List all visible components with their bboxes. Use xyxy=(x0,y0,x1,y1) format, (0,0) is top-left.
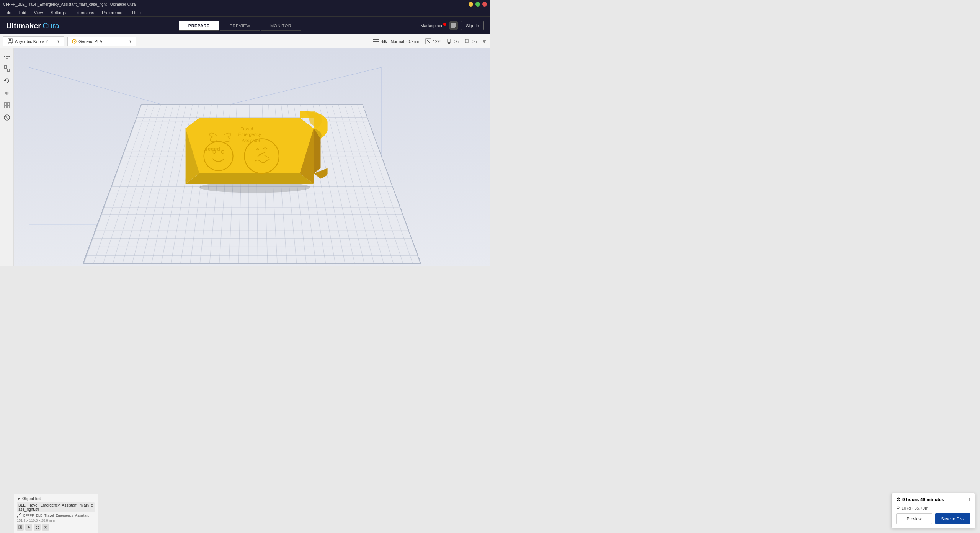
move-tool[interactable] xyxy=(2,51,12,61)
app-header: Ultimaker Cura PREPARE PREVIEW MONITOR M… xyxy=(0,17,490,34)
svg-rect-11 xyxy=(9,40,11,41)
menu-preferences[interactable]: Preferences xyxy=(100,10,126,16)
svg-rect-34 xyxy=(4,66,7,68)
close-button[interactable] xyxy=(482,2,487,7)
menu-bar: File Edit View Settings Extensions Prefe… xyxy=(0,8,490,17)
infill-icon xyxy=(425,38,431,44)
adhesion-setting[interactable]: On xyxy=(464,38,477,44)
svg-line-19 xyxy=(427,41,428,43)
svg-line-18 xyxy=(427,40,430,43)
material-icon xyxy=(72,39,77,44)
svg-rect-5 xyxy=(455,25,456,27)
grid-icon[interactable] xyxy=(449,21,458,30)
support-setting[interactable]: On xyxy=(446,38,459,44)
menu-edit[interactable]: Edit xyxy=(18,10,28,16)
menu-extensions[interactable]: Extensions xyxy=(72,10,96,16)
window-controls xyxy=(469,2,487,7)
svg-marker-30 xyxy=(6,53,8,54)
svg-rect-35 xyxy=(7,69,10,71)
header-right: Marketplace Sign in xyxy=(420,21,484,30)
printer-icon xyxy=(7,38,13,44)
svg-rect-2 xyxy=(455,23,456,25)
svg-marker-32 xyxy=(4,56,5,57)
main-area: seeed Travel Emergency Assistant xyxy=(0,48,490,266)
model-3d[interactable]: seeed Travel Emergency Assistant xyxy=(182,74,328,196)
svg-rect-16 xyxy=(373,43,379,43)
svg-rect-14 xyxy=(373,39,379,40)
adhesion-icon xyxy=(464,38,470,44)
support-icon xyxy=(446,38,452,44)
svg-marker-31 xyxy=(6,58,8,59)
logo: Ultimaker Cura xyxy=(6,21,59,30)
svg-rect-6 xyxy=(451,27,453,28)
svg-rect-4 xyxy=(453,25,455,27)
svg-marker-37 xyxy=(4,80,6,81)
rotate-tool[interactable] xyxy=(2,76,12,86)
svg-rect-44 xyxy=(7,106,10,108)
infill-setting[interactable]: 12% xyxy=(425,38,441,44)
mirror-tool[interactable] xyxy=(2,88,12,98)
adhesion-label: On xyxy=(471,39,477,44)
menu-file[interactable]: File xyxy=(3,10,13,16)
svg-rect-24 xyxy=(465,39,468,43)
svg-text:Travel: Travel xyxy=(240,126,253,131)
support-blocker-tool[interactable] xyxy=(2,113,12,123)
svg-point-13 xyxy=(74,41,75,42)
profile-icon xyxy=(373,38,379,44)
menu-help[interactable]: Help xyxy=(131,10,142,16)
toolbar-bar: Anycubic Kobra 2 ▼ Generic PLA ▼ Silk · … xyxy=(0,34,490,48)
svg-rect-42 xyxy=(7,103,10,105)
printer-arrow-icon: ▼ xyxy=(57,39,60,43)
menu-settings[interactable]: Settings xyxy=(49,10,67,16)
material-name: Generic PLA xyxy=(78,39,102,44)
profile-label: Silk · Normal · 0.2mm xyxy=(381,39,421,44)
svg-line-46 xyxy=(5,116,9,119)
marketplace-button[interactable]: Marketplace xyxy=(420,23,446,28)
header-tabs: PREPARE PREVIEW MONITOR xyxy=(65,21,415,31)
left-toolbar xyxy=(0,48,14,266)
tab-preview[interactable]: PREVIEW xyxy=(220,21,260,31)
tab-prepare[interactable]: PREPARE xyxy=(179,21,219,31)
signin-button[interactable]: Sign in xyxy=(461,21,484,30)
logo-cura: Cura xyxy=(42,21,59,30)
svg-rect-0 xyxy=(451,23,453,25)
title-bar: CFFFP_BLE_Travel_Emergency_Assistant_mai… xyxy=(0,0,490,8)
svg-line-20 xyxy=(428,40,430,41)
svg-rect-10 xyxy=(9,39,11,40)
svg-rect-21 xyxy=(448,39,451,42)
logo-ultimaker: Ultimaker xyxy=(6,21,41,30)
printer-selector[interactable]: Anycubic Kobra 2 ▼ xyxy=(3,36,64,46)
support-label: On xyxy=(454,39,459,44)
svg-rect-15 xyxy=(373,41,379,42)
svg-rect-22 xyxy=(448,42,450,44)
svg-rect-41 xyxy=(4,103,7,105)
scale-tool[interactable] xyxy=(2,64,12,74)
menu-view[interactable]: View xyxy=(33,10,45,16)
profile-setting[interactable]: Silk · Normal · 0.2mm xyxy=(373,38,421,44)
svg-text:Emergency: Emergency xyxy=(238,132,261,137)
infill-label: 12% xyxy=(433,39,441,44)
maximize-button[interactable] xyxy=(475,2,480,7)
svg-rect-3 xyxy=(451,25,453,27)
per-model-tool[interactable] xyxy=(2,100,12,110)
svg-marker-33 xyxy=(9,56,10,57)
printer-name: Anycubic Kobra 2 xyxy=(15,39,48,44)
tab-monitor[interactable]: MONITOR xyxy=(261,21,301,31)
viewport[interactable]: seeed Travel Emergency Assistant xyxy=(14,48,490,266)
svg-line-36 xyxy=(7,68,7,69)
window-title: CFFFP_BLE_Travel_Emergency_Assistant_mai… xyxy=(3,2,469,7)
model-svg: seeed Travel Emergency Assistant xyxy=(182,74,328,196)
material-selector[interactable]: Generic PLA ▼ xyxy=(67,37,136,46)
svg-rect-1 xyxy=(453,23,455,25)
material-arrow-icon: ▼ xyxy=(129,39,132,43)
svg-rect-43 xyxy=(4,106,7,108)
print-settings-right: Silk · Normal · 0.2mm 12% On xyxy=(373,38,487,44)
svg-rect-7 xyxy=(453,27,455,28)
svg-marker-39 xyxy=(5,91,7,95)
minimize-button[interactable] xyxy=(469,2,473,7)
notification-dot xyxy=(443,23,446,26)
svg-marker-40 xyxy=(7,91,9,95)
marketplace-label: Marketplace xyxy=(420,23,443,28)
svg-point-25 xyxy=(6,56,8,57)
settings-expand-icon[interactable]: ▼ xyxy=(482,38,487,44)
